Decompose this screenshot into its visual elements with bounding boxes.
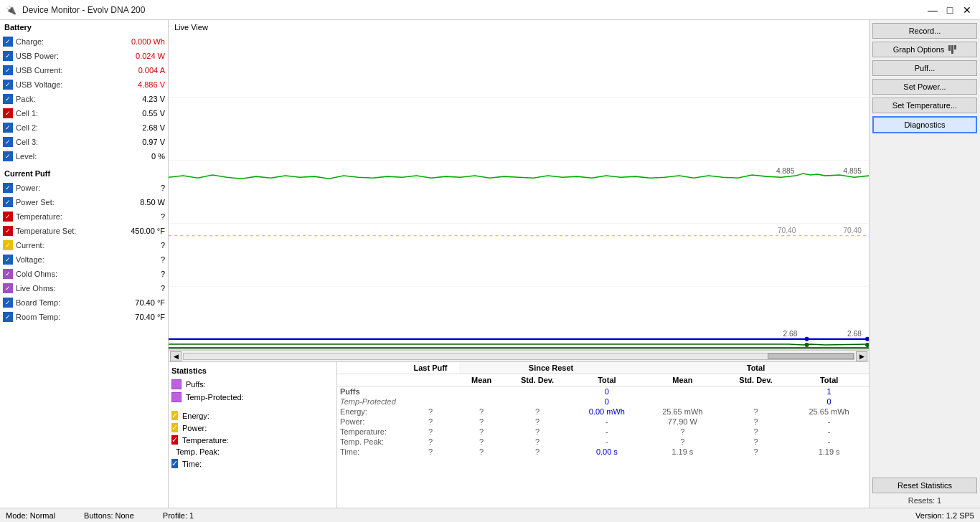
svg-point-14 [805,337,809,341]
power-total-t: - [789,417,869,427]
power-checkbox[interactable] [3,183,13,193]
cell1-checkbox[interactable] [3,108,13,118]
pack-checkbox[interactable] [3,94,13,104]
time-stddev-sr: ? [504,447,571,457]
temp-checkbox[interactable] [3,212,13,222]
powerset-label: Power Set: [16,198,122,207]
puffs-total-value: 1 [789,386,869,397]
puffs-row: Puffs: [171,378,334,391]
temppeak-total-sr: - [571,437,643,447]
maximize-button[interactable]: □ [943,3,957,17]
resets-info: Resets: 1 [872,496,977,505]
record-button[interactable]: Record... [872,23,977,39]
puff-row-roomtemp: Room Temp: 70.40 °F [0,310,168,324]
energy-stddev-sr: ? [504,407,571,417]
stats-time-row: Time: [171,457,334,470]
temp-total-sr: - [571,427,643,437]
stats-energy-row: Energy: [171,409,334,422]
stats-power-checkbox[interactable] [171,423,178,432]
time-stddev-t: ? [722,447,790,457]
diagnostics-button[interactable]: Diagnostics [872,116,977,133]
right-panel: Record... Graph Options Puff... Set Powe… [869,20,980,508]
stats-temp-checkbox[interactable] [171,435,178,445]
set-temperature-button[interactable]: Set Temperature... [872,98,977,113]
usbvoltage-label: USB Voltage: [16,80,122,89]
col-total-sr: Total [571,374,643,386]
cell3-checkbox[interactable] [3,137,13,147]
center-panel: Live View [169,20,869,508]
stats-energy-checkbox[interactable] [171,411,178,420]
puff-row-voltage: Voltage: ? [0,252,168,267]
boardtemp-checkbox[interactable] [3,298,13,308]
pack-label: Pack: [16,95,122,103]
powerset-value: 8.50 W [122,198,165,207]
stats-temp-label: Temperature: [182,436,229,445]
stats-time-checkbox[interactable] [171,459,178,468]
coldohms-value: ? [122,270,165,278]
puffs-label: Puffs: [186,380,206,389]
reset-statistics-button[interactable]: Reset Statistics [872,478,977,493]
usbpower-checkbox[interactable] [3,51,13,61]
title-bar: 🔌 Device Monitor - Evolv DNA 200 — □ ✕ [0,0,980,20]
usbvoltage-checkbox[interactable] [3,80,13,90]
roomtemp-checkbox[interactable] [3,312,13,322]
power-mean-sr: ? [459,417,504,427]
puff-row-powerset: Power Set: 8.50 W [0,195,168,209]
tempprotected-checkbox[interactable] [171,392,182,402]
energy-mean-sr: ? [459,407,504,417]
voltage-checkbox[interactable] [3,255,13,265]
charge-checkbox[interactable] [3,37,13,47]
coldohms-label: Cold Ohms: [16,270,122,278]
cell2-checkbox[interactable] [3,123,13,133]
usbcurrent-checkbox[interactable] [3,65,13,75]
graph-area[interactable]: 4.885 4.895 70.40 70.40 2.68 2.68 0.97 [169,34,869,350]
scroll-right-btn[interactable]: ▶ [856,351,867,361]
graph-scrollbar[interactable]: ◀ ▶ [169,350,869,361]
svg-rect-0 [169,34,869,349]
scroll-thumb[interactable] [768,353,854,359]
level-checkbox[interactable] [3,151,13,161]
power-stddev-t: ? [722,417,790,427]
tempprot-count-label: Temp-Protected [337,397,402,407]
stats-temppeak-data-row: Temp. Peak: ? ? ? - ? ? - [337,437,869,447]
battery-row-cell3: Cell 3: 0.97 V [0,135,168,149]
charge-value: 0.000 Wh [122,37,165,46]
scroll-track[interactable] [183,353,854,360]
energy-total-t: 25.65 mWh [789,407,869,417]
coldohms-checkbox[interactable] [3,269,13,279]
battery-row-cell2: Cell 2: 2.68 V [0,120,168,135]
puff-row-boardtemp: Board Temp: 70.40 °F [0,295,168,310]
temp-stddev-t: ? [722,427,790,437]
mode-status: Mode: Normal [6,511,55,520]
graph-options-button[interactable]: Graph Options [872,42,977,57]
power-lastpuff: ? [402,417,459,427]
time-lastpuff: ? [402,447,459,457]
battery-section-header: Battery [0,20,168,34]
temppeak-mean-t: ? [643,437,722,447]
stats-power-row: Power: [171,422,334,434]
puffs-checkbox[interactable] [171,379,182,389]
energy-stddev-t: ? [722,407,790,417]
bar-chart-icon [948,45,956,54]
tempset-label: Temperature Set: [16,227,122,235]
stats-temp-row: Temperature: [171,434,334,446]
battery-row-cell1: Cell 1: 0.55 V [0,106,168,120]
liveohms-label: Live Ohms: [16,284,122,293]
liveohms-checkbox[interactable] [3,283,13,293]
power-stddev-sr: ? [504,417,571,427]
scroll-left-btn[interactable]: ◀ [170,351,182,361]
tempset-checkbox[interactable] [3,226,13,236]
group-total: Total [643,362,869,374]
powerset-checkbox[interactable] [3,197,13,207]
tempset-value: 450.00 °F [122,227,165,235]
cell2-value: 2.68 V [122,123,165,132]
minimize-button[interactable]: — [925,3,940,17]
col-stddev-t: Std. Dev. [722,374,790,386]
set-power-button[interactable]: Set Power... [872,79,977,95]
close-button[interactable]: ✕ [960,3,974,17]
liveohms-value: ? [122,284,165,293]
power-total-sr: - [571,417,643,427]
cell2-label: Cell 2: [16,123,122,132]
puff-button[interactable]: Puff... [872,60,977,76]
current-checkbox[interactable] [3,240,13,250]
